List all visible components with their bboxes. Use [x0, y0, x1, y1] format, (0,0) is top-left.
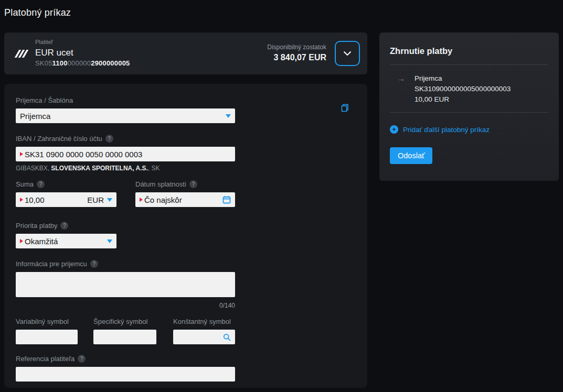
- currency-dropdown-icon[interactable]: [107, 198, 112, 202]
- expand-account-selector-button[interactable]: [335, 41, 360, 66]
- due-date-group: Dátum splatnosti ?: [135, 180, 235, 207]
- iban-part: SK05: [35, 59, 52, 67]
- payer-reference-group: Referencia platiteľa ?: [16, 355, 367, 382]
- message-group: Informácia pre prijemcu ? 0/140: [16, 260, 367, 309]
- balance-label: Disponibilný zostatok: [267, 43, 326, 52]
- character-counter: 0/140: [16, 302, 235, 309]
- message-label: Informácia pre prijemcu ?: [16, 260, 367, 268]
- priority-dropdown[interactable]: Okamžitá: [16, 234, 116, 248]
- specific-symbol-input[interactable]: [98, 330, 152, 344]
- due-date-input-box: [135, 192, 235, 207]
- constant-symbol-input-box: [173, 330, 235, 344]
- help-icon[interactable]: ?: [105, 135, 113, 143]
- label-text: Dátum splatnosti: [135, 180, 186, 188]
- amount-label: Suma ?: [16, 180, 116, 188]
- variable-symbol-label: Variabilný symbol: [16, 318, 78, 325]
- variable-symbol-input-box: [16, 330, 78, 344]
- amount-group: Suma ? EUR: [16, 180, 116, 207]
- label-text: IBAN / Zahraničné číslo účtu: [16, 135, 102, 143]
- iban-input-box: [16, 147, 235, 161]
- iban-input[interactable]: [25, 147, 231, 161]
- plus-icon: +: [390, 125, 398, 134]
- message-textarea[interactable]: [16, 272, 235, 297]
- specific-symbol-group: Špecifický symbol: [93, 318, 156, 344]
- amount-input-box: EUR: [16, 192, 116, 207]
- required-marker-icon: [20, 198, 23, 202]
- help-icon[interactable]: ?: [189, 180, 197, 188]
- label-text: Priorita platby: [16, 222, 57, 230]
- summary-item: → Prijemca SK3109000000005000000003 10,0…: [390, 65, 548, 112]
- iban-part: 2900000005: [91, 59, 130, 67]
- bank-bic: GIBASKBX,: [16, 165, 51, 172]
- copy-icon[interactable]: [341, 104, 349, 112]
- iban-label: IBAN / Zahraničné číslo účtu ?: [16, 135, 367, 143]
- payer-reference-input-box: [16, 367, 235, 382]
- payer-reference-input[interactable]: [20, 367, 231, 382]
- payer-account-iban: SK0511000000002900000005: [35, 59, 130, 68]
- dropdown-value: Okamžitá: [25, 237, 104, 246]
- constant-symbol-group: Konštantný symbol: [173, 318, 235, 344]
- variable-symbol-input[interactable]: [20, 330, 73, 344]
- recipient-template-dropdown[interactable]: Prijemca: [16, 108, 235, 123]
- constant-symbol-label: Konštantný symbol: [173, 318, 235, 325]
- label-text: Referencia platiteľa: [16, 355, 75, 363]
- specific-symbol-label: Špecifický symbol: [93, 318, 156, 325]
- help-icon[interactable]: ?: [60, 222, 68, 230]
- summary-recipient-iban: SK3109000000005000000003: [415, 84, 511, 94]
- chevron-down-icon: [107, 239, 112, 243]
- available-balance: Disponibilný zostatok 3 840,07 EUR: [267, 43, 326, 63]
- payment-order-form: Prijemca / Šablóna Prijemca IBAN / Zahra…: [4, 84, 367, 388]
- iban-group: IBAN / Zahraničné číslo účtu ? GIBASKBX,…: [16, 135, 367, 172]
- payer-account-bar: Platiteľ EUR ucet SK05110000000029000000…: [4, 32, 367, 74]
- help-icon[interactable]: ?: [90, 260, 98, 268]
- arrow-right-icon: →: [397, 74, 405, 83]
- payer-label: Platiteľ: [35, 39, 130, 46]
- summary-recipient-name: Prijemca: [415, 73, 511, 84]
- priority-group: Priorita platby ? Okamžitá: [16, 222, 367, 248]
- bank-name: SLOVENSKA SPORITELNA, A.S.: [51, 165, 147, 172]
- label-text: Suma: [16, 180, 34, 188]
- required-marker-icon: [20, 239, 23, 243]
- summary-amount: 10,00 EUR: [415, 94, 511, 105]
- divider: [390, 112, 548, 113]
- dropdown-value: Prijemca: [20, 112, 222, 121]
- currency-value: EUR: [87, 195, 104, 204]
- label-text: Variabilný symbol: [16, 318, 69, 325]
- submit-button[interactable]: Odoslať: [390, 147, 432, 164]
- payer-account-name: EUR ucet: [35, 47, 130, 58]
- due-date-input[interactable]: [144, 192, 222, 207]
- calendar-icon[interactable]: [222, 195, 231, 204]
- variable-symbol-group: Variabilný symbol: [16, 318, 78, 344]
- constant-symbol-input[interactable]: [177, 330, 223, 344]
- label-text: Konštantný symbol: [173, 318, 231, 325]
- label-text: Informácia pre prijemcu: [16, 260, 87, 268]
- balance-value: 3 840,07 EUR: [267, 52, 326, 63]
- iban-part: 000000: [68, 59, 91, 67]
- bank-identification: GIBASKBX, SLOVENSKA SPORITELNA, A.S., SK: [16, 165, 367, 172]
- add-another-order-link[interactable]: + Pridať ďalší platobný príkaz: [390, 125, 548, 134]
- priority-label: Priorita platby ?: [16, 222, 367, 230]
- chevron-down-icon: [343, 51, 352, 56]
- payer-info: Platiteľ EUR ucet SK05110000000029000000…: [35, 39, 130, 68]
- payment-summary-panel: Zhrnutie platby → Prijemca SK31090000000…: [379, 32, 559, 181]
- add-another-order-label: Pridať ďalší platobný príkaz: [403, 126, 490, 134]
- payer-reference-label: Referencia platiteľa ?: [16, 355, 367, 363]
- summary-item-details: Prijemca SK3109000000005000000003 10,00 …: [415, 73, 511, 105]
- required-marker-icon: [140, 198, 143, 202]
- help-icon[interactable]: ?: [78, 355, 86, 363]
- bank-country: , SK: [148, 165, 160, 172]
- recipient-template-group: Prijemca / Šablóna Prijemca: [16, 96, 367, 123]
- recipient-template-label: Prijemca / Šablóna: [16, 96, 367, 104]
- specific-symbol-input-box: [93, 330, 156, 344]
- required-marker-icon: [20, 152, 23, 156]
- due-date-label: Dátum splatnosti ?: [135, 180, 235, 188]
- chevron-down-icon: [226, 114, 231, 118]
- bank-slashes-icon: [15, 50, 30, 58]
- label-text: Prijemca / Šablóna: [16, 96, 73, 104]
- amount-input[interactable]: [25, 192, 87, 207]
- search-icon[interactable]: [223, 333, 231, 341]
- help-icon[interactable]: ?: [37, 180, 45, 188]
- page-title: Platobný príkaz: [4, 7, 71, 18]
- label-text: Špecifický symbol: [93, 318, 147, 325]
- summary-title: Zhrnutie platby: [390, 46, 548, 56]
